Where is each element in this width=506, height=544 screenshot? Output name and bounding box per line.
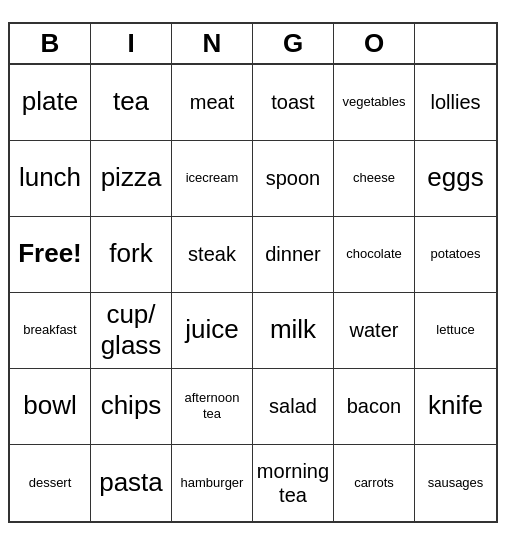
cell-text-34: carrots (354, 475, 394, 491)
cell-text-5: lollies (430, 90, 480, 114)
header-letter-5 (415, 24, 496, 63)
bingo-cell-22: water (334, 293, 415, 369)
cell-text-31: pasta (99, 467, 163, 498)
bingo-grid: plateteameattoastvegetableslollieslunchp… (10, 65, 496, 521)
bingo-cell-11: eggs (415, 141, 496, 217)
bingo-cell-29: knife (415, 369, 496, 445)
bingo-cell-19: cup/ glass (91, 293, 172, 369)
cell-text-21: milk (270, 314, 316, 345)
cell-text-8: icecream (186, 170, 239, 186)
cell-text-13: fork (109, 238, 152, 269)
cell-text-15: dinner (265, 242, 321, 266)
bingo-cell-20: juice (172, 293, 253, 369)
cell-text-12: Free! (18, 238, 82, 269)
bingo-cell-30: dessert (10, 445, 91, 521)
bingo-cell-25: chips (91, 369, 172, 445)
bingo-cell-21: milk (253, 293, 334, 369)
cell-text-29: knife (428, 390, 483, 421)
cell-text-19: cup/ glass (101, 299, 162, 361)
cell-text-20: juice (185, 314, 238, 345)
cell-text-10: cheese (353, 170, 395, 186)
bingo-cell-17: potatoes (415, 217, 496, 293)
cell-text-0: plate (22, 86, 78, 117)
bingo-cell-13: fork (91, 217, 172, 293)
cell-text-1: tea (113, 86, 149, 117)
header-letter-2: N (172, 24, 253, 63)
bingo-cell-9: spoon (253, 141, 334, 217)
cell-text-30: dessert (29, 475, 72, 491)
bingo-card: BINGO plateteameattoastvegetableslollies… (8, 22, 498, 523)
bingo-cell-7: pizza (91, 141, 172, 217)
cell-text-7: pizza (101, 162, 162, 193)
bingo-cell-18: breakfast (10, 293, 91, 369)
bingo-cell-24: bowl (10, 369, 91, 445)
cell-text-6: lunch (19, 162, 81, 193)
bingo-cell-31: pasta (91, 445, 172, 521)
bingo-cell-12: Free! (10, 217, 91, 293)
bingo-cell-8: icecream (172, 141, 253, 217)
cell-text-24: bowl (23, 390, 76, 421)
bingo-cell-4: vegetables (334, 65, 415, 141)
cell-text-18: breakfast (23, 322, 76, 338)
bingo-cell-16: chocolate (334, 217, 415, 293)
bingo-cell-10: cheese (334, 141, 415, 217)
cell-text-25: chips (101, 390, 162, 421)
cell-text-9: spoon (266, 166, 321, 190)
cell-text-4: vegetables (343, 94, 406, 110)
bingo-cell-28: bacon (334, 369, 415, 445)
bingo-cell-1: tea (91, 65, 172, 141)
header-letter-0: B (10, 24, 91, 63)
cell-text-26: afternoon tea (185, 390, 240, 421)
cell-text-17: potatoes (431, 246, 481, 262)
cell-text-23: lettuce (436, 322, 474, 338)
bingo-header: BINGO (10, 24, 496, 65)
bingo-cell-14: steak (172, 217, 253, 293)
cell-text-28: bacon (347, 394, 402, 418)
header-letter-4: O (334, 24, 415, 63)
bingo-cell-2: meat (172, 65, 253, 141)
cell-text-3: toast (271, 90, 314, 114)
bingo-cell-32: hamburger (172, 445, 253, 521)
cell-text-16: chocolate (346, 246, 402, 262)
bingo-cell-23: lettuce (415, 293, 496, 369)
cell-text-14: steak (188, 242, 236, 266)
cell-text-35: sausages (428, 475, 484, 491)
bingo-cell-0: plate (10, 65, 91, 141)
header-letter-1: I (91, 24, 172, 63)
cell-text-27: salad (269, 394, 317, 418)
bingo-cell-33: morning tea (253, 445, 334, 521)
bingo-cell-5: lollies (415, 65, 496, 141)
bingo-cell-34: carrots (334, 445, 415, 521)
bingo-cell-27: salad (253, 369, 334, 445)
cell-text-2: meat (190, 90, 234, 114)
cell-text-32: hamburger (181, 475, 244, 491)
bingo-cell-15: dinner (253, 217, 334, 293)
bingo-cell-35: sausages (415, 445, 496, 521)
bingo-cell-6: lunch (10, 141, 91, 217)
cell-text-33: morning tea (257, 459, 329, 507)
cell-text-11: eggs (427, 162, 483, 193)
bingo-cell-26: afternoon tea (172, 369, 253, 445)
bingo-cell-3: toast (253, 65, 334, 141)
cell-text-22: water (350, 318, 399, 342)
header-letter-3: G (253, 24, 334, 63)
